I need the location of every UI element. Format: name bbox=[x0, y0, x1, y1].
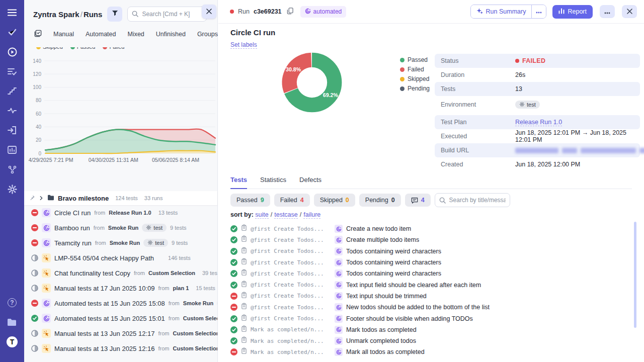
tab-mixed[interactable]: Mixed bbox=[127, 31, 144, 38]
status-filter-chips: Passed9Failed4Skipped0Pending04 bbox=[230, 193, 510, 207]
test-row[interactable]: @first Create Todos... New todos should … bbox=[230, 302, 629, 313]
run-status-icon bbox=[31, 315, 38, 322]
reports-chart-icon[interactable] bbox=[7, 144, 18, 155]
run-type-icon bbox=[42, 208, 51, 217]
import-icon[interactable] bbox=[7, 125, 18, 136]
run-row[interactable]: Manual tests at 13 Jun 2025 12:17 from C… bbox=[24, 326, 217, 341]
test-row[interactable]: @first Create Todos... Todos containing … bbox=[230, 257, 629, 268]
help-icon[interactable]: ? bbox=[7, 297, 18, 308]
test-row[interactable]: @first Create Todos... Create multiple t… bbox=[230, 234, 629, 245]
test-suite: @first Create Todos... bbox=[251, 293, 327, 299]
test-row[interactable]: Mark as completed/n... Mark all todos as… bbox=[230, 346, 629, 357]
run-name: LMP-554 05/04 check Happy Path bbox=[54, 254, 154, 262]
info-row-build-url: Build URL bbox=[435, 143, 640, 157]
scrollbar-thumb[interactable] bbox=[634, 222, 636, 328]
run-detail-topbar: Run c3e69231 automated Run Summary bbox=[218, 0, 644, 24]
run-row[interactable]: Manual tests at 17 Jun 2025 10:09 from p… bbox=[24, 281, 217, 296]
app-logo[interactable]: T bbox=[7, 336, 18, 347]
tests-check-icon[interactable] bbox=[7, 27, 18, 38]
sort-row: sort by: suite/testcase/failure bbox=[230, 211, 320, 218]
svg-text:4/29/2025 7:21 PM: 4/29/2025 7:21 PM bbox=[29, 157, 73, 163]
test-row[interactable]: Mark as completed/n... Unmark completed … bbox=[230, 335, 629, 346]
run-summary-button[interactable]: Run Summary bbox=[471, 5, 532, 18]
info-value: Jun 18, 2025 12:00 PM bbox=[515, 161, 580, 168]
run-name: Automated tests at 15 Jun 2025 15:08 bbox=[54, 300, 165, 307]
run-name: Teamcity run bbox=[54, 239, 92, 247]
chevron-right-icon[interactable] bbox=[39, 194, 44, 203]
milestone-row[interactable]: Bravo milestone 124 tests 33 runs bbox=[24, 191, 217, 205]
breadcrumb: Zyntra Spark/Runs bbox=[33, 10, 102, 19]
run-row[interactable]: Circle CI run from Release Run 1.0 13 te… bbox=[24, 205, 217, 220]
sort-failure[interactable]: failure bbox=[303, 211, 320, 219]
test-suite: @first Create Todos... bbox=[251, 226, 327, 232]
runs-search-input[interactable] bbox=[127, 7, 207, 22]
test-suite: @first Create Todos... bbox=[251, 282, 327, 288]
tab-automated[interactable]: Automated bbox=[86, 31, 116, 38]
run-row[interactable]: Manual tests at 13 Jun 2025 12:16 from C… bbox=[24, 341, 217, 356]
run-type-icon bbox=[42, 314, 51, 323]
projects-folder-icon[interactable] bbox=[7, 317, 18, 328]
test-row[interactable]: Mark as completed/n... Mark todos as com… bbox=[230, 324, 629, 335]
run-from-label: from bbox=[94, 210, 105, 216]
panel-close-button[interactable] bbox=[202, 5, 216, 19]
hamburger-menu-icon[interactable] bbox=[7, 7, 18, 18]
report-button[interactable]: Report bbox=[552, 5, 593, 19]
tab-manual[interactable]: Manual bbox=[53, 31, 74, 38]
project-name[interactable]: Zyntra Spark bbox=[33, 10, 79, 19]
run-row[interactable]: LMP-554 05/04 check Happy Path 146 tests bbox=[24, 250, 217, 265]
activity-pulse-icon[interactable] bbox=[7, 105, 18, 116]
test-row[interactable]: @first Create Todos... Footer should be … bbox=[230, 313, 629, 324]
runs-play-icon[interactable] bbox=[7, 46, 18, 57]
tests-search-input[interactable] bbox=[435, 193, 510, 207]
info-value: 26s bbox=[515, 71, 525, 78]
branch-icon[interactable] bbox=[7, 164, 18, 175]
set-labels-link[interactable]: Set labels bbox=[230, 41, 257, 49]
settings-gear-icon[interactable] bbox=[7, 184, 18, 195]
test-row[interactable]: @first Create Todos... Todos containing … bbox=[230, 246, 629, 257]
tab-unfinished[interactable]: Unfinished bbox=[156, 31, 186, 38]
test-suite: @first Create Todos... bbox=[251, 304, 327, 311]
test-row[interactable]: @first Create Todos... Create a new todo… bbox=[230, 223, 629, 234]
automated-icon bbox=[335, 292, 343, 300]
test-row[interactable]: @first Create Todos... Text input should… bbox=[230, 291, 629, 302]
sort-suite[interactable]: suite bbox=[255, 211, 268, 219]
copy-run-id-button[interactable] bbox=[286, 7, 294, 17]
test-status-icon bbox=[230, 248, 237, 255]
info-label: Status bbox=[441, 57, 515, 64]
tab-tests[interactable]: Tests bbox=[230, 176, 247, 189]
more-actions-button[interactable] bbox=[600, 5, 615, 18]
tab-statistics[interactable]: Statistics bbox=[260, 176, 286, 189]
run-summary-more-button[interactable] bbox=[531, 5, 546, 18]
chip-failed[interactable]: Failed4 bbox=[274, 194, 310, 207]
run-row[interactable]: Automated tests at 15 Jun 2025 15:08 fro… bbox=[24, 296, 217, 311]
run-row[interactable]: Chat functinality test Copy from Custom … bbox=[24, 265, 217, 281]
app-sidebar: ? T bbox=[0, 0, 24, 362]
chip-passed[interactable]: Passed9 bbox=[230, 194, 270, 207]
test-row[interactable]: @first Create Todos... Todos containing … bbox=[230, 268, 629, 279]
info-label: Duration bbox=[441, 71, 515, 78]
test-row[interactable]: @first Create Todos... Text input field … bbox=[230, 279, 629, 290]
run-row[interactable]: Bamboo run from Smoke Run test 9 tests bbox=[24, 220, 217, 235]
test-suite: @first Create Todos... bbox=[251, 248, 327, 254]
run-test-count: 9 tests bbox=[172, 240, 188, 246]
filter-button[interactable] bbox=[107, 7, 122, 22]
tab-groups[interactable]: Groups bbox=[197, 31, 218, 38]
chip-skipped[interactable]: Skipped0 bbox=[314, 194, 355, 207]
chip-pending[interactable]: Pending0 bbox=[359, 194, 401, 207]
tab-all-icon[interactable] bbox=[34, 30, 42, 39]
test-plans-icon[interactable] bbox=[7, 66, 18, 77]
run-status-icon bbox=[31, 285, 38, 292]
sort-testcase[interactable]: testcase bbox=[274, 211, 298, 219]
chip-comments[interactable]: 4 bbox=[405, 194, 431, 207]
clipboard-icon bbox=[241, 258, 247, 267]
info-value[interactable]: Release Run 1.0 bbox=[515, 119, 562, 126]
run-row[interactable]: Automated tests at 15 Jun 2025 15:01 fro… bbox=[24, 311, 217, 326]
test-status-icon bbox=[230, 282, 237, 289]
milestones-steps-icon[interactable] bbox=[7, 85, 18, 97]
detail-tabs: TestsStatisticsDefects bbox=[230, 176, 632, 189]
close-detail-button[interactable] bbox=[622, 5, 637, 18]
tab-defects[interactable]: Defects bbox=[299, 176, 321, 189]
info-label: Build URL bbox=[441, 147, 515, 154]
legend-item: Skipped bbox=[400, 75, 430, 82]
run-row[interactable]: Teamcity run from Smoke Run test 9 tests bbox=[24, 235, 217, 250]
